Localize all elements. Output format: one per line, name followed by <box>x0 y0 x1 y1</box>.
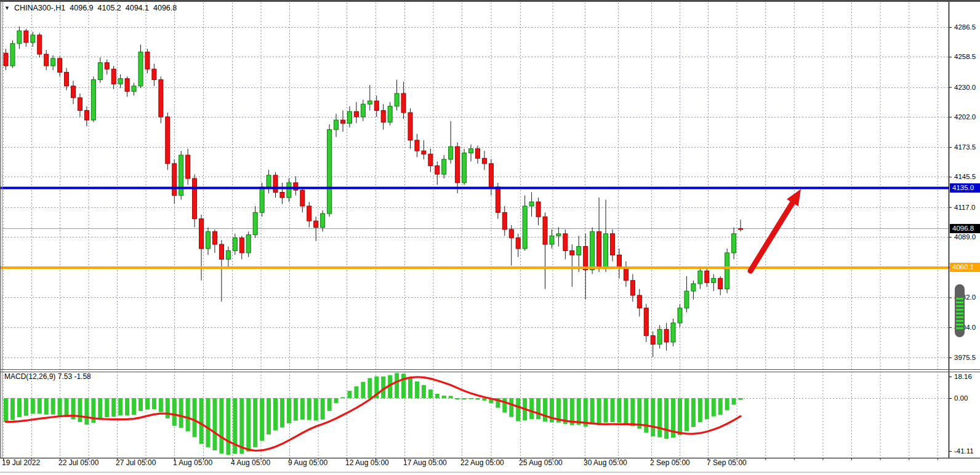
svg-text:-41.11: -41.11 <box>954 447 974 455</box>
svg-text:4145.5: 4145.5 <box>954 173 976 180</box>
svg-text:19 Jul 2022: 19 Jul 2022 <box>2 458 40 467</box>
high-value: 4105.2 <box>98 4 121 12</box>
svg-text:4202.0: 4202.0 <box>954 113 976 121</box>
svg-text:12 Aug 05:00: 12 Aug 05:00 <box>345 458 389 467</box>
symbol-dropdown-icon[interactable]: ▼ <box>4 5 10 11</box>
resistance-price-badge: 4135.0 <box>950 183 980 193</box>
current-price-badge: 4096.8 <box>950 224 980 233</box>
price-axis-scroll-thumb[interactable] <box>955 284 965 337</box>
low-value: 4094.1 <box>126 4 149 12</box>
support-price-badge: 4060.1 <box>950 263 980 272</box>
close-value: 4096.8 <box>153 4 177 12</box>
svg-text:25 Aug 05:00: 25 Aug 05:00 <box>519 458 563 467</box>
svg-text:4230.0: 4230.0 <box>954 84 976 91</box>
svg-text:17 Aug 05:00: 17 Aug 05:00 <box>403 458 447 467</box>
svg-text:27 Jul 05:00: 27 Jul 05:00 <box>116 458 156 467</box>
scroll-thumb-stripes <box>956 298 963 330</box>
svg-text:3975.5: 3975.5 <box>954 354 976 361</box>
svg-text:4173.5: 4173.5 <box>954 143 976 151</box>
svg-text:0.00: 0.00 <box>954 394 968 402</box>
svg-text:4089.0: 4089.0 <box>954 233 976 241</box>
svg-text:2 Sep 05:00: 2 Sep 05:00 <box>650 458 690 467</box>
svg-text:22 Aug 05:00: 22 Aug 05:00 <box>460 458 504 467</box>
svg-text:4258.5: 4258.5 <box>954 53 976 60</box>
svg-text:7 Sep 05:00: 7 Sep 05:00 <box>707 458 747 467</box>
chart-window: 4286.54258.54230.04202.04173.54145.54117… <box>0 0 980 475</box>
chart-title: ▼ CHINA300-,H1 4096.9 4105.2 4094.1 4096… <box>4 4 177 12</box>
candlestick-chart[interactable]: 4286.54258.54230.04202.04173.54145.54117… <box>0 0 980 475</box>
svg-text:18.16: 18.16 <box>954 373 972 380</box>
svg-text:30 Aug 05:00: 30 Aug 05:00 <box>584 458 627 467</box>
macd-main-value: 7.53 <box>58 372 72 381</box>
svg-text:4117.0: 4117.0 <box>954 204 975 211</box>
macd-name: MACD(12,26,9) <box>4 372 55 381</box>
svg-text:4286.5: 4286.5 <box>954 23 976 31</box>
svg-text:1 Aug 05:00: 1 Aug 05:00 <box>173 458 212 467</box>
svg-text:9 Aug 05:00: 9 Aug 05:00 <box>288 458 327 467</box>
macd-signal-value: -1.58 <box>74 372 90 381</box>
symbol-period-label: CHINA300-,H1 <box>14 4 65 12</box>
open-value: 4096.9 <box>70 4 93 12</box>
svg-text:22 Jul 05:00: 22 Jul 05:00 <box>58 458 99 467</box>
macd-indicator-label: MACD(12,26,9) 7.53 -1.58 <box>4 372 91 381</box>
svg-text:4 Aug 05:00: 4 Aug 05:00 <box>231 458 270 467</box>
